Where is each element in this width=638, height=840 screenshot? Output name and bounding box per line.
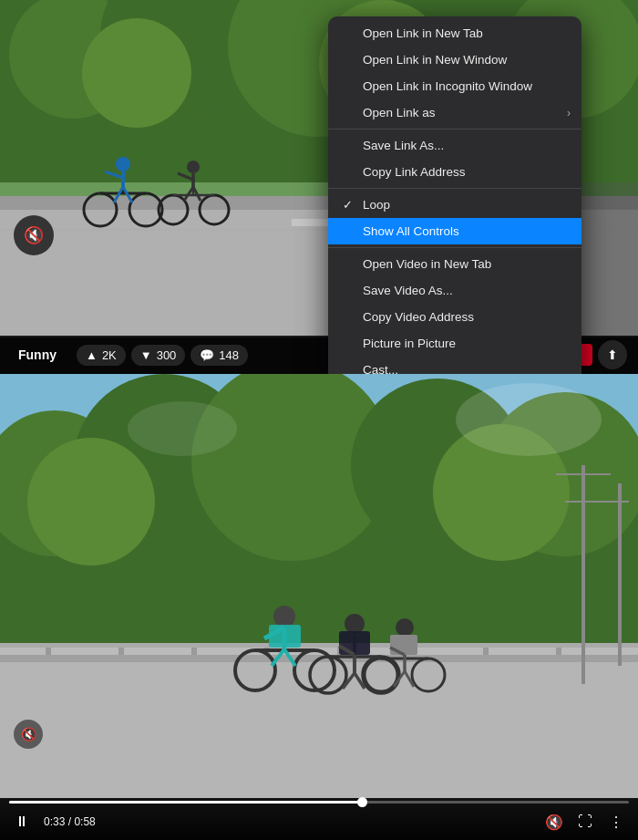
menu-item-label: Open Link in Incognito Window — [363, 79, 532, 93]
svg-point-17 — [116, 157, 130, 171]
downvote-button[interactable]: ▼ 300 — [131, 345, 186, 366]
menu-item-pip[interactable]: Picture in Picture — [328, 330, 581, 357]
controls-row: ⏸ 0:33 / 0:58 🔇 ⛶ ⋮ — [9, 809, 629, 835]
menu-item-label: Open Video in New Tab — [363, 257, 491, 271]
menu-item-open-new-window[interactable]: Open Link in New Window — [328, 47, 581, 73]
menu-item-label: Open Link as — [363, 106, 436, 119]
menu-item-label: Loop — [363, 198, 390, 212]
upvote-button[interactable]: ▲ 2K — [77, 345, 126, 366]
bottom-mute-icon: 🔇 — [21, 727, 36, 741]
play-pause-button[interactable]: ⏸ — [9, 809, 35, 835]
top-video-player: 🔇 Funny ▲ 2K ▼ 300 💬 148 f Facebook — [0, 0, 638, 374]
downvote-icon: ▼ — [140, 348, 152, 362]
menu-separator — [328, 129, 581, 130]
time-display: 0:33 / 0:58 — [44, 815, 96, 828]
menu-item-open-video-new-tab[interactable]: Open Video in New Tab — [328, 251, 581, 277]
svg-point-71 — [345, 614, 365, 634]
menu-item-label: Save Video As... — [363, 284, 453, 297]
menu-item-loop[interactable]: ✓Loop — [328, 192, 581, 218]
more-options-button[interactable]: ⋮ — [603, 809, 629, 835]
menu-item-open-link-as[interactable]: Open Link as› — [328, 99, 581, 126]
share-icon: ⬆ — [607, 347, 618, 362]
svg-rect-46 — [0, 643, 638, 648]
menu-item-label: Copy Video Address — [363, 310, 474, 324]
volume-button[interactable]: 🔇 — [541, 809, 567, 835]
volume-icon: 🔇 — [545, 814, 563, 831]
menu-item-copy-video-address[interactable]: Copy Video Address — [328, 304, 581, 330]
more-icon: ⋮ — [609, 814, 623, 831]
downvote-count: 300 — [157, 348, 177, 362]
menu-item-open-incognito[interactable]: Open Link in Incognito Window — [328, 73, 581, 99]
comment-count: 148 — [219, 348, 239, 362]
svg-point-44 — [128, 401, 237, 456]
comment-icon: 💬 — [200, 348, 214, 362]
menu-item-save-link-as[interactable]: Save Link As... — [328, 132, 581, 159]
share-button[interactable]: ⬆ — [598, 340, 627, 369]
tag-funny-button[interactable]: Funny — [11, 344, 64, 366]
mute-icon: 🔇 — [24, 225, 44, 245]
upvote-count: 2K — [102, 348, 117, 362]
bottom-video-controls: ⏸ 0:33 / 0:58 🔇 ⛶ ⋮ — [0, 798, 638, 840]
bottom-video-player: 🔇 ⏸ 0:33 / 0:58 🔇 ⛶ ⋮ — [0, 374, 638, 840]
menu-item-label: Save Link As... — [363, 139, 444, 152]
menu-item-label: Picture in Picture — [363, 337, 456, 350]
progress-bar-track[interactable] — [9, 801, 629, 804]
progress-bar-fill — [9, 801, 363, 804]
bottom-video-mute-button[interactable]: 🔇 — [14, 720, 43, 749]
right-controls: 🔇 ⛶ ⋮ — [541, 809, 629, 835]
menu-item-copy-link[interactable]: Copy Link Address — [328, 159, 581, 185]
svg-rect-82 — [390, 635, 417, 655]
menu-separator — [328, 247, 581, 248]
menu-item-label: Cast... — [363, 363, 398, 374]
svg-rect-72 — [339, 631, 370, 655]
vote-buttons: ▲ 2K ▼ 300 💬 148 — [77, 345, 248, 366]
svg-point-43 — [456, 383, 602, 456]
menu-item-cast[interactable]: Cast... — [328, 357, 581, 374]
svg-point-7 — [82, 18, 191, 128]
menu-item-open-new-tab[interactable]: Open Link in New Tab — [328, 20, 581, 47]
svg-point-81 — [396, 618, 414, 637]
svg-point-26 — [187, 161, 200, 173]
context-menu: Open Link in New TabOpen Link in New Win… — [328, 16, 581, 374]
play-icon: ⏸ — [15, 814, 29, 830]
svg-rect-66 — [269, 625, 301, 648]
menu-item-label: Show All Controls — [363, 224, 459, 238]
submenu-arrow-icon: › — [567, 107, 571, 119]
svg-point-61 — [273, 606, 295, 627]
fullscreen-button[interactable]: ⛶ — [572, 809, 598, 835]
checkmark-icon: ✓ — [343, 198, 357, 212]
menu-separator — [328, 188, 581, 189]
menu-item-label: Open Link in New Window — [363, 53, 507, 67]
menu-item-show-all-controls[interactable]: Show All Controls — [328, 218, 581, 244]
top-video-mute-button[interactable]: 🔇 — [14, 215, 54, 255]
svg-rect-55 — [0, 657, 638, 798]
upvote-icon: ▲ — [86, 348, 98, 362]
svg-point-41 — [27, 438, 155, 565]
menu-item-label: Copy Link Address — [363, 165, 466, 179]
progress-thumb — [357, 797, 367, 807]
comment-button[interactable]: 💬 148 — [190, 345, 248, 366]
bottom-video-frame — [0, 374, 638, 798]
menu-item-save-video-as[interactable]: Save Video As... — [328, 277, 581, 304]
fullscreen-icon: ⛶ — [578, 814, 592, 830]
menu-item-label: Open Link in New Tab — [363, 26, 483, 40]
